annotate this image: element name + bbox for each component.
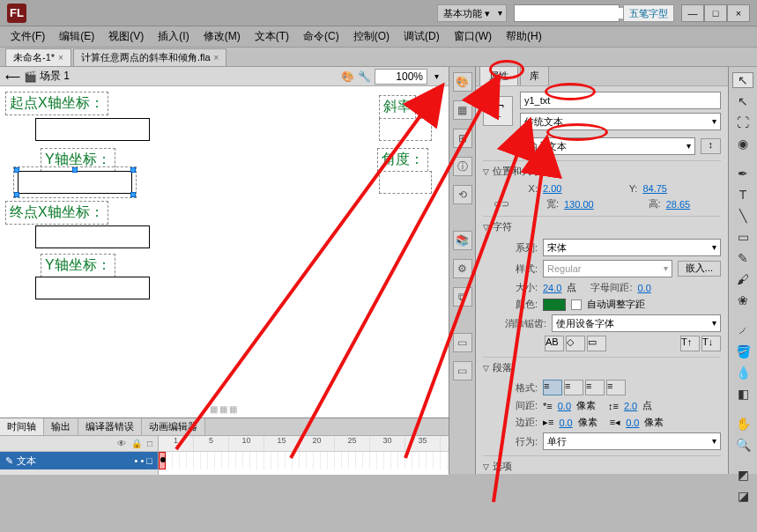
letter-spacing-value[interactable]: 0.0 xyxy=(637,283,650,293)
section-position-size[interactable]: 位置和大小 xyxy=(483,160,721,181)
transform-panel-icon[interactable]: ⟲ xyxy=(453,185,472,204)
keyframe[interactable] xyxy=(160,457,166,462)
color-swatch[interactable] xyxy=(543,299,566,311)
text-engine-combo[interactable]: 传统文本 xyxy=(520,113,721,130)
menu-window[interactable]: 窗口(W) xyxy=(449,27,497,46)
doc-tab[interactable]: 未命名-1* × xyxy=(5,48,71,66)
line-spacing-value[interactable]: 2.0 xyxy=(624,401,637,411)
menu-commands[interactable]: 命令(C) xyxy=(298,27,345,46)
drag-handle-icon[interactable]: ▦▦▦ xyxy=(210,404,239,414)
lock-icon[interactable]: 🔒 xyxy=(131,439,142,448)
edit-symbol-icon[interactable]: 🔧 xyxy=(358,70,371,83)
subscript-button[interactable]: T↓ xyxy=(701,336,721,351)
font-size-value[interactable]: 24.0 xyxy=(543,283,561,293)
deco-tool[interactable]: ❀ xyxy=(732,292,753,308)
menu-modify[interactable]: 修改(M) xyxy=(198,27,246,46)
autokern-checkbox[interactable] xyxy=(571,299,582,310)
actions-panel-icon[interactable]: ⧉ xyxy=(453,287,472,307)
back-icon[interactable]: ⟵ xyxy=(5,70,20,83)
lasso-tool[interactable]: ◉ xyxy=(732,136,753,151)
tab-motion-editor[interactable]: 动画编辑器 xyxy=(142,418,205,435)
instance-name-field[interactable]: y1_txt xyxy=(520,92,721,109)
free-transform-tool[interactable]: ⛶ xyxy=(732,115,753,130)
stage-text-input-selected[interactable] xyxy=(18,171,132,194)
selection-tool[interactable]: ↖ xyxy=(732,72,753,88)
tab-compiler-errors[interactable]: 编译器错误 xyxy=(78,418,142,435)
indent-value[interactable]: 0.0 xyxy=(558,401,571,411)
workspace-combo[interactable]: 基本功能 ▾ xyxy=(437,4,507,22)
stroke-color[interactable]: ◩ xyxy=(732,467,753,483)
y-value[interactable]: 84.75 xyxy=(642,183,667,194)
rectangle-tool[interactable]: ▭ xyxy=(732,229,753,245)
tab-output[interactable]: 输出 xyxy=(44,418,78,435)
align-panel-icon[interactable]: ⊞ xyxy=(453,129,472,148)
eye-icon[interactable]: 👁 xyxy=(117,439,126,448)
panel-icon[interactable]: ▭ xyxy=(453,361,472,381)
info-panel-icon[interactable]: ⓘ xyxy=(453,157,472,176)
zoom-combo[interactable]: 100% xyxy=(375,69,427,85)
left-margin-value[interactable]: 0.0 xyxy=(559,417,572,428)
eraser-tool[interactable]: ◧ xyxy=(732,386,753,402)
close-icon[interactable]: × xyxy=(214,53,219,63)
stage-text[interactable]: 角度： xyxy=(377,148,428,172)
doc-tab[interactable]: 计算任意两点的斜率和倾角.fla × xyxy=(73,48,227,66)
color-panel-icon[interactable]: 🎨 xyxy=(453,72,472,92)
superscript-button[interactable]: T↑ xyxy=(680,336,700,351)
menu-help[interactable]: 帮助(H) xyxy=(501,27,547,46)
font-family-combo[interactable]: 宋体 xyxy=(543,239,721,256)
line-tool[interactable]: ╲ xyxy=(732,208,753,224)
bone-tool[interactable]: ⟋ xyxy=(732,322,753,338)
zoom-tool[interactable]: 🔍 xyxy=(732,437,753,453)
edit-scene-icon[interactable]: 🎨 xyxy=(341,70,354,83)
stage-text[interactable]: 终点X轴坐标： xyxy=(5,201,108,225)
layer-row[interactable]: ✎ 文本 • • □ xyxy=(0,452,158,469)
section-paragraph[interactable]: 段落 xyxy=(483,357,721,378)
stage-text-input[interactable] xyxy=(379,171,432,194)
border-button[interactable]: ▭ xyxy=(587,336,606,351)
section-character[interactable]: 字符 xyxy=(483,216,721,237)
stage-text-input[interactable] xyxy=(35,225,150,248)
align-justify-button[interactable]: ≡ xyxy=(606,380,626,395)
menu-insert[interactable]: 插入(I) xyxy=(152,27,194,46)
antialias-combo[interactable]: 使用设备字体 xyxy=(552,314,721,332)
outline-icon[interactable]: □ xyxy=(147,439,152,448)
width-value[interactable]: 130.00 xyxy=(564,199,594,210)
pencil-tool[interactable]: ✎ xyxy=(732,250,753,266)
search-input[interactable] xyxy=(514,4,620,22)
tab-properties[interactable]: 属性 xyxy=(479,66,518,85)
components-panel-icon[interactable]: ⚙ xyxy=(453,259,472,278)
menu-edit[interactable]: 编辑(E) xyxy=(54,27,100,46)
library-panel-icon[interactable]: 📚 xyxy=(453,231,472,250)
behavior-combo[interactable]: 单行 xyxy=(543,432,721,450)
menu-file[interactable]: 文件(F) xyxy=(5,27,50,46)
html-button[interactable]: ◇ xyxy=(566,336,585,351)
paint-bucket-tool[interactable]: 🪣 xyxy=(732,344,753,359)
x-value[interactable]: 2.00 xyxy=(543,183,561,194)
maximize-button[interactable]: □ xyxy=(704,4,727,22)
panel-icon[interactable]: ▭ xyxy=(453,333,472,352)
selectable-button[interactable]: AB xyxy=(545,336,564,351)
minimize-button[interactable]: — xyxy=(681,4,704,22)
align-center-button[interactable]: ≡ xyxy=(564,380,583,395)
frame-grid[interactable] xyxy=(159,452,449,469)
height-value[interactable]: 28.65 xyxy=(666,199,691,210)
stage-text[interactable]: Y轴坐标： xyxy=(41,148,115,172)
menu-text[interactable]: 文本(T) xyxy=(249,27,294,46)
stage-text-input[interactable] xyxy=(35,277,150,299)
stage[interactable]: 起点X轴坐标： Y轴坐标： 终点X轴坐标： Y轴坐标： 斜率 角度： ▦▦▦ xyxy=(0,86,449,417)
right-margin-value[interactable]: 0.0 xyxy=(626,417,639,428)
tab-library[interactable]: 库 xyxy=(520,66,549,85)
orientation-button[interactable]: ↕ xyxy=(701,138,722,154)
close-button[interactable]: × xyxy=(727,4,750,22)
stage-text-input[interactable] xyxy=(35,118,150,141)
fill-color[interactable]: ◪ xyxy=(732,488,753,504)
align-left-button[interactable]: ≡ xyxy=(543,380,562,395)
section-options[interactable]: 选项 xyxy=(483,455,721,474)
stage-text[interactable]: 斜率 xyxy=(379,95,416,119)
eyedropper-tool[interactable]: 💧 xyxy=(732,365,753,381)
align-right-button[interactable]: ≡ xyxy=(585,380,605,395)
link-wh-icon[interactable]: ⊂⊃ xyxy=(494,198,509,210)
menu-debug[interactable]: 调试(D) xyxy=(398,27,445,46)
menu-view[interactable]: 视图(V) xyxy=(103,27,149,46)
hand-tool[interactable]: ✋ xyxy=(732,416,753,432)
